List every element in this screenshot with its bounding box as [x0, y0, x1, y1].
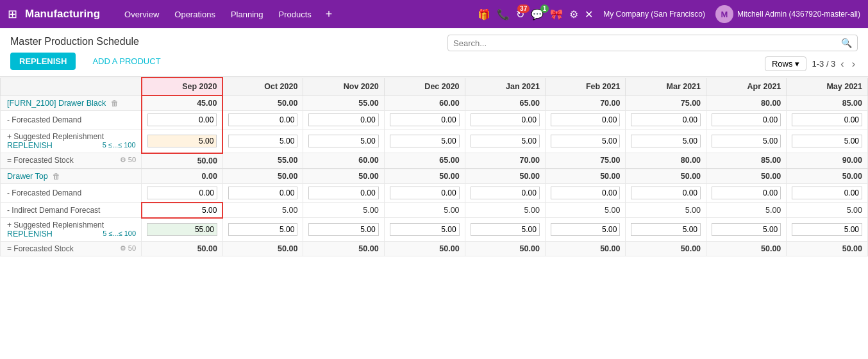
sr1-feb[interactable] [545, 129, 626, 153]
fd1-sep[interactable] [142, 111, 223, 129]
fd2-mar[interactable] [626, 183, 706, 203]
fd2-nov[interactable] [303, 183, 384, 203]
fd1-feb[interactable] [545, 111, 626, 129]
sr2-dec[interactable] [384, 218, 465, 242]
fd1-nov-input[interactable] [308, 113, 378, 126]
menu-operations[interactable]: Operations [168, 6, 222, 23]
fd1-apr-input[interactable] [712, 113, 781, 126]
refresh-icon[interactable]: ↻ 37 [516, 8, 524, 21]
fd2-feb-input[interactable] [551, 187, 621, 199]
sr1-mar[interactable] [626, 129, 706, 153]
fd1-apr[interactable] [706, 111, 787, 129]
sr1-may[interactable] [787, 129, 868, 153]
idf-sep[interactable] [142, 203, 223, 218]
add-menu-icon[interactable]: + [321, 5, 338, 24]
fs2-apr: 50.00 [706, 242, 787, 256]
sr1-apr[interactable] [706, 129, 787, 153]
fd1-jan[interactable] [465, 111, 545, 129]
add-product-button[interactable]: ADD A PRODUCT [83, 53, 169, 70]
settings-icon[interactable]: ⚙ [569, 8, 578, 21]
fd1-sep-input[interactable] [147, 113, 217, 126]
sr2-mar[interactable] [626, 218, 706, 242]
idf-sep-input[interactable] [145, 205, 220, 216]
menu-overview[interactable]: Overview [118, 6, 165, 23]
fd1-dec[interactable] [384, 111, 465, 129]
fd2-mar-input[interactable] [631, 187, 701, 199]
sr1-oct[interactable] [222, 129, 303, 153]
rows-button[interactable]: Rows ▾ [765, 56, 807, 71]
sr1-mar-input[interactable] [631, 135, 701, 147]
sr2-sep-input[interactable] [147, 223, 217, 236]
fd2-oct[interactable] [222, 183, 303, 203]
sr1-nov-input[interactable] [308, 135, 378, 147]
p2-feb: 50.00 [545, 169, 626, 184]
sr1-jan[interactable] [465, 129, 545, 153]
fd1-jan-input[interactable] [471, 113, 540, 126]
replenish-button[interactable]: REPLENISH [10, 53, 76, 70]
gift2-icon[interactable]: 🎀 [550, 8, 563, 21]
sr1-oct-input[interactable] [228, 135, 297, 147]
grid-icon[interactable]: ⊞ [8, 7, 17, 21]
product-delete-2[interactable]: 🗑 [53, 172, 60, 181]
fd2-may-input[interactable] [792, 187, 862, 199]
close-icon[interactable]: ✕ [585, 8, 593, 21]
sr2-mar-input[interactable] [631, 223, 701, 236]
fd2-may[interactable] [787, 183, 868, 203]
fd2-sep[interactable] [142, 183, 223, 203]
sr2-apr-input[interactable] [712, 223, 781, 236]
phone-icon[interactable]: 📞 [497, 8, 510, 21]
fd2-dec-input[interactable] [390, 187, 460, 199]
sr2-jan-input[interactable] [471, 223, 540, 236]
fd1-mar[interactable] [626, 111, 706, 129]
sr2-nov-input[interactable] [308, 223, 378, 236]
fd1-feb-input[interactable] [551, 113, 621, 126]
gift-icon[interactable]: 🎁 [478, 8, 490, 21]
product-delete-1[interactable]: 🗑 [111, 99, 119, 108]
sr1-apr-input[interactable] [712, 135, 781, 147]
sr1-sep-input[interactable] [147, 135, 217, 147]
fd1-dec-input[interactable] [390, 113, 460, 126]
fd2-apr[interactable] [706, 183, 787, 203]
fd2-jan-input[interactable] [471, 187, 540, 199]
sr2-nov[interactable] [303, 218, 384, 242]
replenish-label-1[interactable]: REPLENISH [7, 141, 53, 150]
menu-planning[interactable]: Planning [224, 6, 270, 23]
fd2-nov-input[interactable] [308, 187, 378, 199]
chat-icon[interactable]: 💬 1 [531, 8, 544, 21]
sr1-may-input[interactable] [792, 135, 862, 147]
user-menu[interactable]: M Mitchell Admin (4367920-master-all) [715, 5, 860, 23]
sr2-may[interactable] [787, 218, 868, 242]
sr2-apr[interactable] [706, 218, 787, 242]
fd2-oct-input[interactable] [228, 187, 297, 199]
fd2-apr-input[interactable] [712, 187, 781, 199]
fd2-sep-input[interactable] [147, 187, 217, 199]
menu-products[interactable]: Products [272, 6, 318, 23]
sr2-oct[interactable] [222, 218, 303, 242]
sr2-feb-input[interactable] [551, 223, 621, 236]
fd2-jan[interactable] [465, 183, 545, 203]
sr1-dec-input[interactable] [390, 135, 460, 147]
fd1-may-input[interactable] [792, 113, 862, 126]
sr1-sep[interactable] [142, 129, 223, 153]
sr2-oct-input[interactable] [228, 223, 297, 236]
fd1-oct-input[interactable] [228, 113, 297, 126]
sr2-jan[interactable] [465, 218, 545, 242]
fd1-may[interactable] [787, 111, 868, 129]
fd2-dec[interactable] [384, 183, 465, 203]
sr1-jan-input[interactable] [471, 135, 540, 147]
replenish-label-2[interactable]: REPLENISH [7, 230, 53, 238]
sr2-sep[interactable] [142, 218, 223, 242]
sr2-feb[interactable] [545, 218, 626, 242]
sr2-dec-input[interactable] [390, 223, 460, 236]
sr1-dec[interactable] [384, 129, 465, 153]
fd2-feb[interactable] [545, 183, 626, 203]
sr1-feb-input[interactable] [551, 135, 621, 147]
fd1-nov[interactable] [303, 111, 384, 129]
sr2-may-input[interactable] [792, 223, 862, 236]
sr1-nov[interactable] [303, 129, 384, 153]
fd1-oct[interactable] [222, 111, 303, 129]
fd1-mar-input[interactable] [631, 113, 701, 126]
search-input[interactable] [453, 38, 841, 48]
next-page-button[interactable]: › [849, 57, 858, 71]
prev-page-button[interactable]: ‹ [838, 57, 846, 71]
